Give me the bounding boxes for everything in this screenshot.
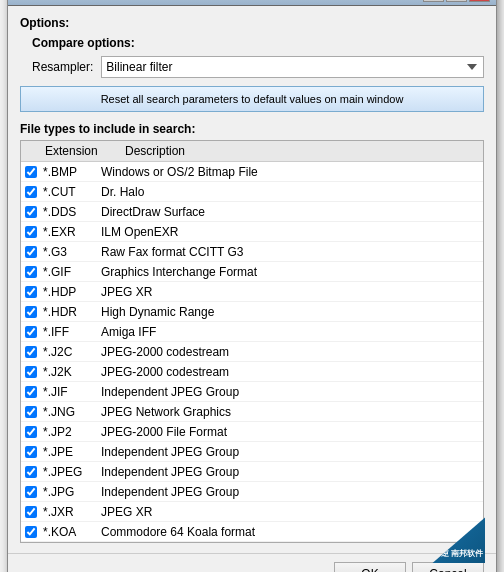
- file-description: Windows or OS/2 Bitmap File: [99, 165, 483, 179]
- file-description: JPEG Network Graphics: [99, 405, 483, 419]
- file-description: DirectDraw Surface: [99, 205, 483, 219]
- file-type-checkbox[interactable]: [25, 166, 37, 178]
- column-extension: Extension: [41, 143, 121, 159]
- file-extension: *.KOA: [41, 525, 99, 539]
- file-description: JPEG-2000 File Format: [99, 425, 483, 439]
- file-description: Raw Fax format CCITT G3: [99, 245, 483, 259]
- file-types-list-body: *.BMPWindows or OS/2 Bitmap File*.CUTDr.…: [21, 162, 483, 542]
- footer: OK Cancel: [8, 553, 496, 572]
- list-header: Extension Description: [21, 141, 483, 162]
- resampler-label: Resampler:: [32, 60, 93, 74]
- file-type-checkbox[interactable]: [25, 366, 37, 378]
- file-description: Graphics Interchange Format: [99, 265, 483, 279]
- file-extension: *.EXR: [41, 225, 99, 239]
- file-type-checkbox[interactable]: [25, 266, 37, 278]
- list-item[interactable]: *.JNGJPEG Network Graphics: [21, 402, 483, 422]
- list-item[interactable]: *.JXRJPEG XR: [21, 502, 483, 522]
- list-item[interactable]: *.J2CJPEG-2000 codestream: [21, 342, 483, 362]
- file-extension: *.GIF: [41, 265, 99, 279]
- file-extension: *.DDS: [41, 205, 99, 219]
- list-item[interactable]: *.HDRHigh Dynamic Range: [21, 302, 483, 322]
- ok-button[interactable]: OK: [334, 562, 406, 572]
- list-item[interactable]: *.G3Raw Fax format CCITT G3: [21, 242, 483, 262]
- list-item[interactable]: *.IFFAmiga IFF: [21, 322, 483, 342]
- file-type-checkbox[interactable]: [25, 206, 37, 218]
- maximize-button[interactable]: □: [446, 0, 467, 2]
- resampler-row: Resampler: Bilinear filter Nearest neigh…: [32, 56, 484, 78]
- file-description: JPEG-2000 codestream: [99, 345, 483, 359]
- file-extension: *.JNG: [41, 405, 99, 419]
- file-extension: *.JIF: [41, 385, 99, 399]
- file-type-checkbox[interactable]: [25, 466, 37, 478]
- file-type-checkbox[interactable]: [25, 286, 37, 298]
- file-extension: *.G3: [41, 245, 99, 259]
- file-extension: *.JP2: [41, 425, 99, 439]
- list-item[interactable]: *.GIFGraphics Interchange Format: [21, 262, 483, 282]
- compare-options-label: Compare options:: [32, 36, 484, 50]
- file-description: JPEG-2000 codestream: [99, 365, 483, 379]
- reset-button[interactable]: Reset all search parameters to default v…: [20, 86, 484, 112]
- file-description: Independent JPEG Group: [99, 485, 483, 499]
- list-item[interactable]: *.DDSDirectDraw Surface: [21, 202, 483, 222]
- list-item[interactable]: *.HDPJPEG XR: [21, 282, 483, 302]
- file-extension: *.J2K: [41, 365, 99, 379]
- list-item[interactable]: *.KOACommodore 64 Koala format: [21, 522, 483, 542]
- list-item[interactable]: *.BMPWindows or OS/2 Bitmap File: [21, 162, 483, 182]
- file-extension: *.BMP: [41, 165, 99, 179]
- file-types-label: File types to include in search:: [20, 122, 484, 136]
- file-extension: *.JPE: [41, 445, 99, 459]
- options-label: Options:: [20, 16, 484, 30]
- file-type-checkbox[interactable]: [25, 186, 37, 198]
- file-type-checkbox[interactable]: [25, 226, 37, 238]
- resampler-select[interactable]: Bilinear filter Nearest neighbor Bicubic: [101, 56, 484, 78]
- file-extension: *.IFF: [41, 325, 99, 339]
- file-type-checkbox[interactable]: [25, 446, 37, 458]
- column-description: Description: [121, 143, 483, 159]
- file-type-checkbox[interactable]: [25, 306, 37, 318]
- file-type-checkbox[interactable]: [25, 406, 37, 418]
- file-type-checkbox[interactable]: [25, 486, 37, 498]
- file-type-checkbox[interactable]: [25, 246, 37, 258]
- file-type-checkbox[interactable]: [25, 346, 37, 358]
- file-extension: *.HDR: [41, 305, 99, 319]
- file-description: JPEG XR: [99, 285, 483, 299]
- file-extension: *.JPG: [41, 485, 99, 499]
- file-description: Dr. Halo: [99, 185, 483, 199]
- minimize-button[interactable]: —: [423, 0, 444, 2]
- file-description: Independent JPEG Group: [99, 445, 483, 459]
- cancel-button[interactable]: Cancel: [412, 562, 484, 572]
- file-type-checkbox[interactable]: [25, 506, 37, 518]
- file-description: Amiga IFF: [99, 325, 483, 339]
- file-description: ILM OpenEXR: [99, 225, 483, 239]
- file-type-checkbox[interactable]: [25, 386, 37, 398]
- list-item[interactable]: *.JP2JPEG-2000 File Format: [21, 422, 483, 442]
- file-description: Independent JPEG Group: [99, 465, 483, 479]
- file-extension: *.JPEG: [41, 465, 99, 479]
- list-item[interactable]: *.CUTDr. Halo: [21, 182, 483, 202]
- file-description: Commodore 64 Koala format: [99, 525, 483, 539]
- content-area: Options: Compare options: Resampler: Bil…: [8, 6, 496, 553]
- title-buttons: — □ ✕: [423, 0, 490, 2]
- list-item[interactable]: *.EXRILM OpenEXR: [21, 222, 483, 242]
- file-description: Independent JPEG Group: [99, 385, 483, 399]
- file-types-list-container: Extension Description *.BMPWindows or OS…: [20, 140, 484, 543]
- file-type-checkbox[interactable]: [25, 426, 37, 438]
- list-item[interactable]: *.JPGIndependent JPEG Group: [21, 482, 483, 502]
- file-extension: *.HDP: [41, 285, 99, 299]
- list-item[interactable]: *.JPEIndependent JPEG Group: [21, 442, 483, 462]
- file-description: High Dynamic Range: [99, 305, 483, 319]
- file-type-checkbox[interactable]: [25, 326, 37, 338]
- file-extension: *.J2C: [41, 345, 99, 359]
- list-item[interactable]: *.J2KJPEG-2000 codestream: [21, 362, 483, 382]
- file-extension: *.JXR: [41, 505, 99, 519]
- file-type-checkbox[interactable]: [25, 526, 37, 538]
- list-item[interactable]: *.JIFIndependent JPEG Group: [21, 382, 483, 402]
- close-button[interactable]: ✕: [469, 0, 490, 2]
- settings-window: ⚙ Settings — □ ✕ Options: Compare option…: [7, 0, 497, 572]
- list-item[interactable]: *.JPEGIndependent JPEG Group: [21, 462, 483, 482]
- file-extension: *.CUT: [41, 185, 99, 199]
- file-description: JPEG XR: [99, 505, 483, 519]
